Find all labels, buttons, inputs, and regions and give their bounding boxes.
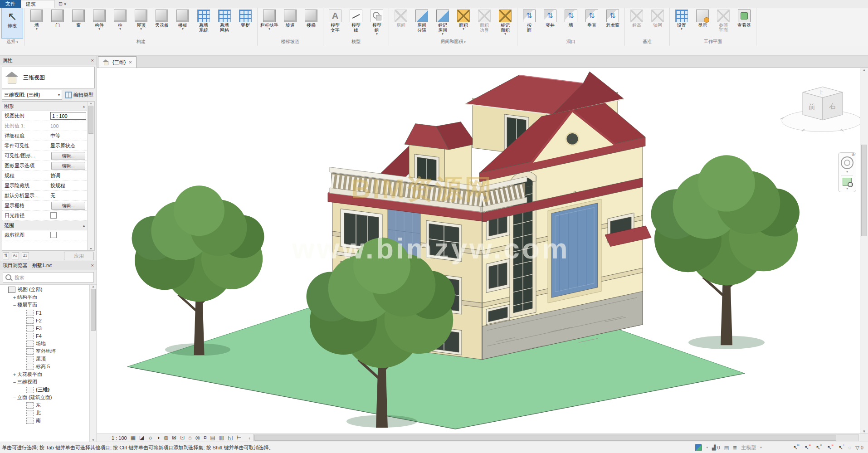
scroll-down-icon[interactable]: ▼ <box>89 247 93 250</box>
ribbon-button-3-1[interactable]: 模型 线 <box>346 8 366 39</box>
detail-level-icon[interactable]: ▦ <box>131 434 136 441</box>
show-crop-region-icon[interactable]: ⊡ <box>180 434 185 441</box>
reveal-constraints-icon[interactable]: ⊢ <box>237 434 241 441</box>
ribbon-button-4-0[interactable]: 房间 <box>390 8 411 39</box>
tree-item-13[interactable]: {三维} <box>0 386 90 394</box>
ribbon-button-7-1[interactable]: 显示 <box>692 8 713 39</box>
worksets-icon[interactable]: ▤ <box>724 445 729 451</box>
checkbox[interactable] <box>50 212 57 219</box>
crop-view-icon[interactable]: ⊠ <box>172 434 176 441</box>
worksharing-display-icon[interactable]: ▥ <box>219 434 224 441</box>
ribbon-button-1-7[interactable]: 楼板▾ <box>172 8 193 39</box>
collapse-icon[interactable]: − <box>12 395 17 400</box>
ribbon-button-1-6[interactable]: 天花板 <box>151 8 172 39</box>
temporary-view-properties-icon[interactable]: ▤ <box>210 434 215 441</box>
scrollbar-thumb[interactable] <box>861 145 867 236</box>
tree-item-15[interactable]: 东 <box>0 401 90 409</box>
ribbon-button-4-2[interactable]: 标记 房间▾ <box>432 8 453 39</box>
chevron-up-icon[interactable]: ▴ <box>83 104 85 108</box>
ribbon-button-3-0[interactable]: 模型 文字 <box>325 8 346 39</box>
sun-path-icon[interactable]: ☼ <box>148 434 153 441</box>
edit-button[interactable]: 编辑... <box>51 202 85 210</box>
select-underlay-elements-icon[interactable]: ↖× <box>803 444 810 451</box>
sort-ascending-icon[interactable]: A↓ <box>12 252 20 259</box>
collapse-icon[interactable]: − <box>3 287 8 292</box>
ribbon-button-4-4[interactable]: 面积 边界 <box>474 8 495 39</box>
sort-default-icon[interactable]: ⇅ <box>3 252 9 259</box>
ribbon-button-2-2[interactable]: 楼梯 <box>301 8 322 39</box>
steering-wheel-icon[interactable] <box>841 156 853 169</box>
select-links-icon[interactable]: ↖∞ <box>792 444 799 451</box>
ribbon-button-0-0[interactable]: 修改 <box>1 8 23 39</box>
select-elements-by-face-icon[interactable]: ↖× <box>826 444 833 451</box>
edit-type-button[interactable]: 编辑类型 <box>64 92 95 98</box>
tree-item-9[interactable]: 屋顶 <box>0 355 90 363</box>
chevron-down-icon[interactable]: ▾ <box>706 446 708 449</box>
ribbon-button-5-4[interactable]: 老虎窗 <box>602 8 623 39</box>
scroll-down-icon[interactable]: ▼ <box>863 429 866 434</box>
view-selector-dropdown[interactable]: 三维视图: {三维} ▾ <box>2 90 62 100</box>
ribbon-button-1-5[interactable]: 屋顶▾ <box>131 8 151 39</box>
ribbon-button-5-0[interactable]: 按 面 <box>519 8 540 39</box>
filter-icon[interactable]: ▽:0 <box>855 445 863 451</box>
viewcube-top-label[interactable]: 上 <box>819 89 824 95</box>
edit-button[interactable]: 编辑... <box>51 152 85 160</box>
visual-style-icon[interactable]: ◪ <box>139 434 144 441</box>
ribbon-button-1-4[interactable]: 柱▾ <box>110 8 131 39</box>
scroll-up-icon[interactable]: ▲ <box>92 285 95 288</box>
property-value[interactable]: 按规程 <box>49 182 88 189</box>
scroll-left-icon[interactable]: ‹ <box>246 435 253 441</box>
checkbox[interactable] <box>50 232 57 238</box>
ribbon-button-6-1[interactable]: 轴网 <box>647 8 668 39</box>
property-value[interactable]: 协调 <box>49 172 88 179</box>
tree-item-14[interactable]: −立面 (建筑立面) <box>0 394 90 401</box>
property-value[interactable]: 100 <box>49 123 88 129</box>
tree-item-4[interactable]: F2 <box>0 317 90 324</box>
ribbon-button-4-5[interactable]: 标记 面积▾ <box>495 8 516 39</box>
browser-scrollbar[interactable]: ▲ ▼ <box>89 285 97 442</box>
tree-item-5[interactable]: F3 <box>0 324 90 332</box>
tree-item-8[interactable]: 室外地坪 <box>0 347 90 355</box>
tree-item-12[interactable]: −三维视图 <box>0 378 90 386</box>
drawing-area[interactable]: BIM资源网 www.bimzyw.com 上 前 右 <box>97 68 868 434</box>
scrollbar-thumb[interactable] <box>91 289 96 331</box>
3d-scene[interactable]: BIM资源网 www.bimzyw.com 上 前 右 <box>97 68 860 434</box>
expand-icon[interactable]: + <box>12 372 17 377</box>
file-menu-tab[interactable]: 文件 <box>0 0 21 8</box>
type-selector[interactable]: 三维视图 <box>2 67 95 88</box>
design-options-icon[interactable]: ≣ <box>733 445 737 451</box>
tree-item-17[interactable]: 南 <box>0 417 90 424</box>
tree-item-3[interactable]: F1 <box>0 309 90 317</box>
expand-icon[interactable]: + <box>12 295 17 300</box>
worksharing-icon[interactable] <box>695 444 702 451</box>
scroll-down-icon[interactable]: ▼ <box>92 438 95 442</box>
tree-item-7[interactable]: 场地 <box>0 340 90 347</box>
right-tree[interactable] <box>651 155 800 345</box>
chevron-up-icon[interactable]: ▴ <box>83 224 85 228</box>
view-tab-3d[interactable]: {三维} × <box>98 56 137 68</box>
chevron-down-icon[interactable]: ▾ <box>760 446 762 449</box>
viewcube-front-label[interactable]: 前 <box>808 103 815 111</box>
ribbon-button-7-3[interactable]: 查看器 <box>734 8 755 39</box>
drag-elements-on-selection-icon[interactable]: ↖+ <box>837 444 844 451</box>
canvas-horizontal-scrollbar[interactable]: ‹ <box>246 434 860 442</box>
close-icon[interactable]: × <box>91 263 94 268</box>
ribbon-button-4-3[interactable]: 面积▾ <box>453 8 474 39</box>
tree-item-16[interactable]: 北 <box>0 409 90 417</box>
view-scale-button[interactable]: 1 : 100 <box>112 435 127 441</box>
ribbon-button-7-2[interactable]: 参照 平面 <box>713 8 734 39</box>
ribbon-button-5-2[interactable]: 墙 <box>561 8 581 39</box>
unlocked-view-icon[interactable]: ⌂ <box>188 434 191 441</box>
apply-button[interactable]: 应用 <box>64 252 94 260</box>
ribbon-button-1-8[interactable]: 幕墙 系统 <box>193 8 214 39</box>
close-icon[interactable]: × <box>129 59 132 65</box>
collapse-icon[interactable]: − <box>12 380 17 385</box>
properties-scrollbar[interactable]: ▲ ▼ <box>87 102 94 250</box>
tree-item-11[interactable]: +天花板平面 <box>0 370 90 378</box>
ribbon-button-1-1[interactable]: 门 <box>47 8 68 39</box>
sort-descending-icon[interactable]: Z↓ <box>22 252 29 259</box>
ribbon-button-5-3[interactable]: 垂直 <box>581 8 602 39</box>
active-workset-label[interactable]: 主模型 <box>741 444 756 451</box>
ribbon-button-5-1[interactable]: 竖井 <box>540 8 561 39</box>
collapse-icon[interactable]: − <box>12 302 17 308</box>
